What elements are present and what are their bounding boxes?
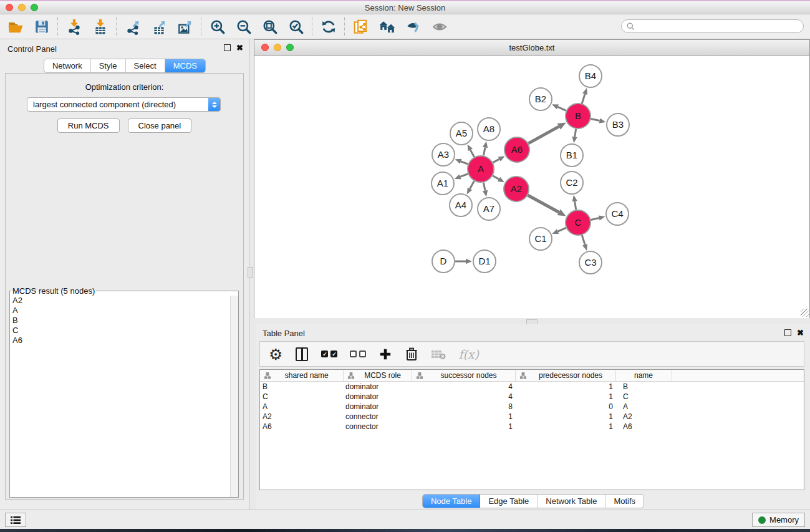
cell-shared-name[interactable]: A6	[260, 422, 343, 432]
edge-A2-C[interactable]	[528, 195, 559, 212]
edge-A-A2[interactable]	[493, 176, 499, 180]
edge-A-A8[interactable]	[483, 147, 485, 155]
open-session-icon[interactable]	[7, 19, 24, 35]
mcds-result-scrollbar[interactable]	[230, 296, 238, 497]
cell-name[interactable]: A6	[615, 422, 672, 432]
save-session-icon[interactable]	[34, 19, 50, 35]
table-row[interactable]: A6connector11A6	[260, 422, 804, 432]
zoom-fit-icon[interactable]	[262, 19, 278, 35]
deselect-all-icon[interactable]	[350, 346, 366, 362]
import-table-icon[interactable]	[92, 19, 108, 35]
mcds-result-item[interactable]: B	[10, 316, 231, 326]
zoom-selected-icon[interactable]	[288, 19, 304, 35]
search-box[interactable]	[621, 19, 804, 33]
edge-A-A3[interactable]	[461, 162, 468, 164]
cell-MCDS-role[interactable]: connector	[343, 412, 412, 422]
table-row[interactable]: Cdominator41C	[260, 392, 804, 402]
cell-shared-name[interactable]: A2	[260, 412, 343, 422]
cell-MCDS-role[interactable]: dominator	[343, 402, 412, 412]
cell-MCDS-role[interactable]: dominator	[343, 392, 412, 402]
cell-name[interactable]: C	[615, 392, 672, 402]
tab-edge-table[interactable]: Edge Table	[480, 495, 538, 508]
clone-network-icon[interactable]	[353, 19, 369, 35]
edge-A-A4[interactable]	[470, 181, 474, 188]
mcds-result-item[interactable]: A6	[10, 336, 231, 346]
tab-select[interactable]: Select	[126, 59, 165, 72]
tab-motifs[interactable]: Motifs	[605, 495, 644, 508]
refresh-icon[interactable]	[321, 19, 337, 35]
cell-successor-nodes[interactable]: 1	[412, 412, 515, 422]
zoom-in-icon[interactable]	[210, 19, 226, 35]
cell-successor-nodes[interactable]: 8	[412, 402, 515, 412]
add-column-icon[interactable]	[378, 346, 392, 362]
edge-C-C3[interactable]	[582, 235, 585, 244]
cell-successor-nodes[interactable]: 1	[412, 422, 515, 432]
task-history-button[interactable]	[5, 513, 26, 527]
cell-successor-nodes[interactable]: 4	[412, 382, 515, 392]
float-table-panel-icon[interactable]	[784, 329, 791, 336]
network-window[interactable]: testGlobe.txt B4B2BB3A8A5A6B1A3AC2A1A2A4…	[254, 39, 810, 318]
edge-A-A5[interactable]	[470, 150, 474, 157]
column-header-name[interactable]: name	[615, 370, 672, 382]
column-header-predecessor-nodes[interactable]: predecessor nodes	[515, 370, 615, 382]
edge-A6-B[interactable]	[528, 127, 559, 143]
tab-network-table[interactable]: Network Table	[538, 495, 605, 508]
column-header-MCDS-role[interactable]: MCDS role	[343, 370, 412, 382]
close-panel-button[interactable]: Close panel	[128, 118, 192, 133]
table-row[interactable]: A2connector11A2	[260, 412, 804, 422]
edge-C-C1[interactable]	[558, 228, 566, 231]
cell-shared-name[interactable]: A	[260, 402, 343, 412]
cell-name[interactable]: A	[615, 402, 672, 412]
cell-successor-nodes[interactable]: 4	[412, 392, 515, 402]
node-table[interactable]: shared nameMCDS rolesuccessor nodesprede…	[259, 369, 804, 490]
export-image-icon[interactable]	[177, 19, 193, 35]
search-input[interactable]	[635, 21, 803, 32]
table-row[interactable]: Adominator80A	[260, 402, 804, 412]
cell-predecessor-nodes[interactable]: 1	[515, 382, 615, 392]
column-header-shared-name[interactable]: shared name	[260, 370, 343, 382]
edge-A-A7[interactable]	[483, 183, 485, 191]
close-panel-icon[interactable]: ✖	[236, 44, 243, 51]
network-canvas[interactable]: B4B2BB3A8A5A6B1A3AC2A1A2A4A7C4CC1C3DD1	[254, 56, 809, 318]
hide-graphics-details-icon[interactable]	[432, 19, 448, 35]
window-resize-grip[interactable]	[801, 309, 809, 317]
tab-mcds[interactable]: MCDS	[165, 59, 205, 72]
column-layout-icon[interactable]	[295, 346, 309, 362]
run-mcds-button[interactable]: Run MCDS	[57, 118, 120, 133]
network-window-titlebar[interactable]: testGlobe.txt	[254, 40, 809, 56]
mcds-result-item[interactable]: C	[10, 326, 231, 336]
edge-C-C4[interactable]	[591, 218, 599, 220]
import-network-icon[interactable]	[66, 19, 82, 35]
delete-column-icon[interactable]	[405, 346, 418, 362]
cell-predecessor-nodes[interactable]: 0	[515, 402, 615, 412]
column-header-successor-nodes[interactable]: successor nodes	[412, 370, 515, 382]
cell-name[interactable]: B	[615, 382, 672, 392]
memory-button[interactable]: Memory	[752, 513, 805, 527]
select-all-icon[interactable]: ✓✓	[321, 346, 337, 362]
cell-predecessor-nodes[interactable]: 1	[515, 392, 615, 402]
cell-name[interactable]: A2	[615, 412, 672, 422]
graphics-details-icon[interactable]	[405, 19, 422, 35]
cell-shared-name[interactable]: C	[260, 392, 343, 402]
cell-predecessor-nodes[interactable]: 1	[515, 412, 615, 422]
settings-icon[interactable]: ⚙	[269, 346, 282, 362]
mcds-result-item[interactable]: A2	[10, 296, 231, 306]
tab-node-table[interactable]: Node Table	[423, 495, 481, 508]
mcds-result-item[interactable]: A	[10, 306, 231, 316]
table-row[interactable]: Bdominator41B	[260, 382, 804, 392]
cell-predecessor-nodes[interactable]: 1	[515, 422, 615, 432]
edge-C-C2[interactable]	[575, 201, 576, 210]
export-network-icon[interactable]	[125, 19, 141, 35]
criterion-dropdown[interactable]: largest connected component (directed)	[27, 97, 221, 112]
zoom-out-icon[interactable]	[236, 19, 252, 35]
network-graph[interactable]: B4B2BB3A8A5A6B1A3AC2A1A2A4A7C4CC1C3DD1	[254, 56, 809, 318]
home-icon[interactable]	[379, 19, 395, 35]
edge-A-A6[interactable]	[493, 159, 499, 163]
divider-grip-vertical[interactable]	[248, 267, 253, 278]
cell-MCDS-role[interactable]: connector	[343, 422, 412, 432]
export-table-icon[interactable]	[151, 19, 167, 35]
tab-network[interactable]: Network	[44, 59, 91, 72]
tab-style[interactable]: Style	[91, 59, 126, 72]
close-table-panel-icon[interactable]: ✖	[797, 329, 804, 336]
edge-B-B4[interactable]	[582, 94, 585, 104]
